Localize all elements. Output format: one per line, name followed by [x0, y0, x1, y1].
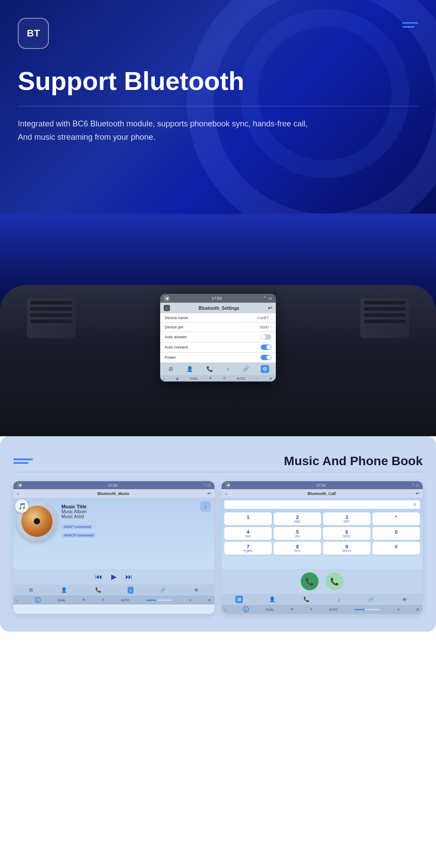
tablet-controls: ⌂ ⏻ DUAL ❄ ↺ AUTO ~ 🔊 — [160, 375, 276, 381]
music-note-icon: ♪ — [200, 501, 211, 512]
play-btn[interactable]: ▶ — [111, 572, 117, 581]
phone-nav: ⊞ 👤 📞 ♪ 🔗 👁 — [222, 594, 423, 605]
clear-btn[interactable]: ✕ — [413, 502, 416, 507]
music-player-content: ♪ 🎵 — [13, 498, 214, 569]
tablet-wrapper: ◀ 17:53 ⌃ ▭ ⌂ Bluetooth_Settings ↩ Devic… — [160, 294, 276, 381]
setting-row-auto-connect[interactable]: Auto connect — [160, 342, 276, 353]
phone-dialer-content: ✕ 1 2ABC 3DEF * — [222, 498, 423, 569]
a2dp-badge: A2DP connected — [61, 524, 93, 529]
connection-badges: A2DP connected AVRCP connected — [61, 522, 211, 539]
car-tablet-screen: ◀ 17:53 ⌃ ▭ ⌂ Bluetooth_Settings ↩ Devic… — [160, 294, 276, 381]
setting-row-device-name[interactable]: Device name CarBT › — [160, 313, 276, 323]
auto-connect-toggle[interactable] — [261, 345, 271, 350]
p-nav-apps-active[interactable]: ⊞ — [235, 596, 243, 603]
power-toggle[interactable] — [261, 355, 271, 360]
m-nav-eye[interactable]: 👁 — [192, 587, 201, 594]
dial-key-8[interactable]: 8TUV — [274, 542, 321, 555]
nav-person-icon[interactable]: 👤 — [185, 365, 195, 373]
car-section: ◀ 17:53 ⌃ ▭ ⌂ Bluetooth_Settings ↩ Devic… — [0, 214, 436, 436]
setting-row-power[interactable]: Power — [160, 353, 276, 363]
dial-key-1[interactable]: 1 — [224, 512, 272, 525]
music-topbar: ⌂ Bluetooth_Music ↩ — [13, 489, 214, 498]
p-nav-person[interactable]: 👤 — [267, 596, 277, 603]
car-background: ◀ 17:53 ⌃ ▭ ⌂ Bluetooth_Settings ↩ Devic… — [0, 214, 436, 436]
track-info: Music Title Music Album Music Artist A2D… — [61, 504, 211, 539]
phone-bottom-bar: ⌂ ⏻ DUAL ❄ ↺ AUTO 0 🔊 — [222, 605, 423, 614]
tablet-nav-bottom: ⊞ 👤 📞 ♪ 🔗 ⚙ — [160, 363, 276, 375]
track-title: Music Title — [61, 504, 211, 509]
dial-key-5[interactable]: 5JKL — [274, 527, 321, 540]
prev-btn[interactable]: ⏮ — [95, 573, 102, 581]
dial-key-star[interactable]: * — [372, 512, 420, 525]
album-disc: 🎵 — [17, 501, 57, 541]
nav-settings-active-icon[interactable]: ⚙ — [261, 365, 269, 373]
call-green-btn[interactable]: 📞 — [301, 572, 319, 590]
hero-title: Support Bluetooth — [18, 67, 418, 95]
music-bottom-bar: ⌂ ⏻ DUAL ❄ ↺ AUTO 0 🔊 — [13, 596, 214, 604]
car-dashboard: ◀ 17:53 ⌃ ▭ ⌂ Bluetooth_Settings ↩ Devic… — [0, 285, 436, 436]
nav-phone-icon[interactable]: 📞 — [205, 365, 215, 373]
nav-music-icon[interactable]: ♪ — [225, 365, 231, 373]
p-nav-eye[interactable]: 👁 — [400, 596, 409, 603]
phone-back-btn[interactable]: ◀ — [225, 483, 230, 488]
music-topbar-back[interactable]: ↩ — [207, 491, 211, 496]
tablet-back-btn[interactable]: ◀ — [164, 295, 170, 301]
auto-answer-toggle[interactable] — [261, 334, 271, 340]
m-nav-person[interactable]: 👤 — [59, 586, 69, 594]
tablet-topbar: ⌂ Bluetooth_Settings ↩ — [160, 303, 276, 313]
phone-input-bar[interactable]: ✕ — [224, 500, 420, 509]
setting-row-auto-answer[interactable]: Auto answer — [160, 332, 276, 342]
left-vent — [27, 298, 76, 338]
menu-icon[interactable] — [402, 18, 418, 28]
setting-row-device-pin[interactable]: Device pin 0000 › — [160, 323, 276, 332]
music-statusbar: ◀ 17:53 ⌃ ▭ — [13, 481, 214, 489]
phone-home-icon[interactable]: ⌂ — [225, 491, 228, 496]
nav-link-icon[interactable]: 🔗 — [241, 365, 251, 373]
m-nav-link[interactable]: 🔗 — [158, 586, 168, 594]
music-nav: ⊞ 👤 📞 ♪ 🔗 👁 — [13, 584, 214, 596]
hero-header: BT — [18, 18, 418, 49]
m-nav-phone[interactable]: 📞 — [93, 586, 103, 594]
dial-key-7[interactable]: 7PQRS — [224, 542, 272, 555]
m-nav-music-active[interactable]: ♪ — [128, 587, 134, 594]
phone-topbar: ⌂ Bluetooth_Call ↩ — [222, 489, 423, 498]
nav-apps-icon[interactable]: ⊞ — [167, 365, 175, 373]
dial-key-0[interactable]: 0- — [372, 527, 420, 540]
avrcp-badge: AVRCP connected — [61, 533, 96, 538]
screens-row: ◀ 17:53 ⌃ ▭ ⌂ Bluetooth_Music ↩ ♪ — [13, 481, 423, 614]
back-arrow-icon[interactable]: ↩ — [268, 305, 272, 311]
dial-grid: 1 2ABC 3DEF * 4GHI — [224, 512, 420, 555]
next-btn[interactable]: ⏭ — [125, 573, 133, 581]
music-power-btn[interactable]: ⏻ — [35, 597, 41, 603]
dial-key-2[interactable]: 2ABC — [274, 512, 321, 525]
music-menu-icon[interactable] — [13, 458, 33, 464]
p-nav-phone[interactable]: 📞 — [302, 596, 311, 603]
music-section-title: Music And Phone Book — [284, 454, 423, 468]
music-phone-section: Music And Phone Book ◀ 17:53 ⌃ ▭ ⌂ Bluet… — [0, 436, 436, 632]
hero-section: BT Support Bluetooth Integrated with BC6… — [0, 0, 436, 214]
bt-logo: BT — [18, 18, 49, 49]
music-back-btn[interactable]: ◀ — [17, 483, 22, 488]
phone-power-btn[interactable]: ⏻ — [243, 606, 249, 612]
track-album: Music Album — [61, 509, 211, 514]
phone-screen-card: ◀ 17:53 ⌃ ▭ ⌂ Bluetooth_Call ↩ ✕ — [222, 481, 423, 614]
m-nav-apps[interactable]: ⊞ — [27, 586, 35, 594]
music-home-icon[interactable]: ⌂ — [17, 491, 20, 496]
phone-mini-screen: ◀ 17:53 ⌃ ▭ ⌂ Bluetooth_Call ↩ ✕ — [222, 481, 423, 614]
dial-key-4[interactable]: 4GHI — [224, 527, 272, 540]
home-icon[interactable]: ⌂ — [164, 305, 170, 311]
music-screen-card: ◀ 17:53 ⌃ ▭ ⌂ Bluetooth_Music ↩ ♪ — [13, 481, 214, 614]
p-nav-music[interactable]: ♪ — [336, 596, 342, 603]
phone-topbar-back[interactable]: ↩ — [416, 491, 419, 496]
phone-progress-bar — [354, 609, 381, 610]
album-art-wrapper: 🎵 Music Title Music Album Music Artist A… — [17, 501, 211, 541]
dial-key-6[interactable]: 6MNO — [323, 527, 371, 540]
track-artist: Music Artist — [61, 514, 211, 519]
phone-statusbar: ◀ 17:53 ⌃ ▭ — [222, 481, 423, 489]
p-nav-link[interactable]: 🔗 — [366, 596, 376, 603]
call-redial-btn[interactable]: 📞 — [326, 572, 343, 590]
dial-key-hash[interactable]: # — [372, 542, 420, 555]
tablet-statusbar: ◀ 17:53 ⌃ ▭ — [160, 294, 276, 303]
dial-key-9[interactable]: 9WXYZ — [323, 542, 371, 555]
dial-key-3[interactable]: 3DEF — [323, 512, 371, 525]
